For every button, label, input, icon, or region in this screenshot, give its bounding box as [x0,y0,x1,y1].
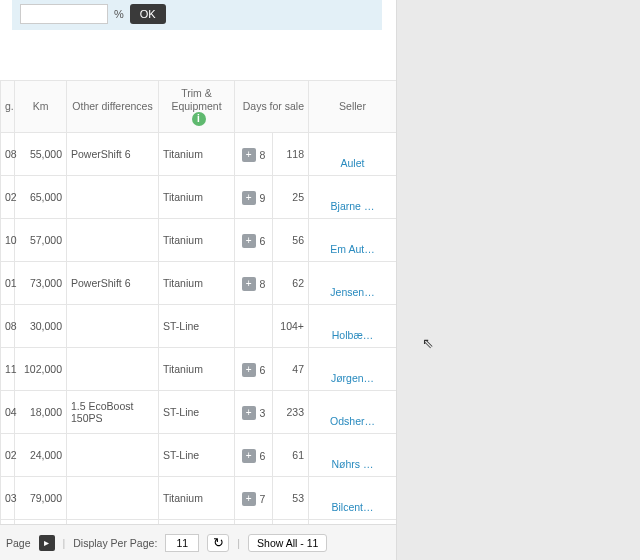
table-row[interactable]: 0379,000Titanium+753Bilcent… [1,477,397,520]
cell-km: 65,000 [15,176,67,219]
show-all-button[interactable]: Show All - 11 [248,534,327,552]
cell-reg: 10 [1,219,15,262]
cell-seller: Bilcent… [309,477,397,520]
cell-km: 18,000 [15,391,67,434]
seller-link[interactable]: Jensen… [313,286,392,298]
cell-seller: Nøhrs … [309,434,397,477]
info-icon[interactable]: i [192,112,206,126]
percent-label: % [114,8,124,20]
right-empty-pane [396,0,640,560]
cell-seller: Jørgen… [309,348,397,391]
seller-link[interactable]: Holbæ… [313,329,392,341]
cell-seller: Jensen… [309,262,397,305]
plus-icon[interactable]: + [242,191,256,205]
col-reg[interactable]: g. [1,81,15,133]
pager: Page ▸ | Display Per Page: ↻ | Show All … [0,524,396,560]
plus-icon[interactable]: + [242,148,256,162]
cell-km: 73,000 [15,262,67,305]
seller-link[interactable]: Odsher… [313,415,392,427]
cell-days: 56 [273,219,309,262]
cell-other [67,434,159,477]
cell-reg: 08 [1,133,15,176]
table-row[interactable]: 1057,000Titanium+656Em Aut… [1,219,397,262]
cell-km: 57,000 [15,219,67,262]
plus-icon[interactable]: + [242,406,256,420]
results-table: g. Km Other differences Trim & Equipment… [0,80,397,560]
cell-other: 1.5 EcoBoost 150PS [67,391,159,434]
cell-equip-count: +3 [235,391,273,434]
cell-km: 79,000 [15,477,67,520]
cell-seller: Em Aut… [309,219,397,262]
seller-link[interactable]: Em Aut… [313,243,392,255]
cell-other [67,348,159,391]
cell-km: 55,000 [15,133,67,176]
col-trim[interactable]: Trim & Equipmenti [159,81,235,133]
cell-trim: Titanium [159,262,235,305]
reload-button[interactable]: ↻ [207,534,229,552]
filter-percent-input[interactable] [20,4,108,24]
plus-icon[interactable]: + [242,234,256,248]
cell-reg: 08 [1,305,15,348]
table-row[interactable]: 0173,000PowerShift 6Titanium+862Jensen… [1,262,397,305]
cell-trim: Titanium [159,133,235,176]
cell-reg: 04 [1,391,15,434]
cell-days: 118 [273,133,309,176]
seller-link[interactable]: Jørgen… [313,372,392,384]
cell-equip-count [235,305,273,348]
cell-other: PowerShift 6 [67,262,159,305]
col-other[interactable]: Other differences [67,81,159,133]
cell-trim: ST-Line [159,434,235,477]
cell-equip-count: +6 [235,348,273,391]
plus-icon[interactable]: + [242,449,256,463]
plus-icon[interactable]: + [242,363,256,377]
seller-link[interactable]: Bilcent… [313,501,392,513]
pager-sep-1: | [63,537,66,549]
table-row[interactable]: 11102,000Titanium+647Jørgen… [1,348,397,391]
plus-icon[interactable]: + [242,492,256,506]
table-header-row: g. Km Other differences Trim & Equipment… [1,81,397,133]
cell-reg: 03 [1,477,15,520]
cell-trim: Titanium [159,219,235,262]
table-row[interactable]: 0855,000PowerShift 6Titanium+8118Aulet [1,133,397,176]
cell-km: 24,000 [15,434,67,477]
per-page-input[interactable] [165,534,199,552]
cell-days: 61 [273,434,309,477]
cell-seller: Holbæ… [309,305,397,348]
cell-trim: ST-Line [159,391,235,434]
cell-reg: 11 [1,348,15,391]
table-row[interactable]: 0418,0001.5 EcoBoost 150PSST-Line+3233Od… [1,391,397,434]
col-days[interactable]: Days for sale [235,81,309,133]
cell-trim: ST-Line [159,305,235,348]
cell-equip-count: +7 [235,477,273,520]
cell-other [67,176,159,219]
table-row[interactable]: 0224,000ST-Line+661Nøhrs … [1,434,397,477]
ok-button[interactable]: OK [130,4,166,24]
results-table-wrap: g. Km Other differences Trim & Equipment… [0,80,396,560]
cell-seller: Aulet [309,133,397,176]
col-km[interactable]: Km [15,81,67,133]
page-next-button[interactable]: ▸ [39,535,55,551]
seller-link[interactable]: Bjarne … [313,200,392,212]
col-seller[interactable]: Seller [309,81,397,133]
pager-sep-2: | [237,537,240,549]
cell-days: 233 [273,391,309,434]
cell-reg: 01 [1,262,15,305]
cell-days: 25 [273,176,309,219]
cell-other [67,219,159,262]
cell-seller: Bjarne … [309,176,397,219]
plus-icon[interactable]: + [242,277,256,291]
cell-other [67,305,159,348]
cell-equip-count: +6 [235,434,273,477]
table-row[interactable]: 0265,000Titanium+925Bjarne … [1,176,397,219]
cell-trim: Titanium [159,348,235,391]
cell-days: 104+ [273,305,309,348]
table-row[interactable]: 0830,000ST-Line104+Holbæ… [1,305,397,348]
cell-reg: 02 [1,176,15,219]
cell-days: 47 [273,348,309,391]
filter-bar: % OK [12,0,382,30]
cell-equip-count: +8 [235,133,273,176]
cell-equip-count: +6 [235,219,273,262]
cell-km: 102,000 [15,348,67,391]
seller-link[interactable]: Aulet [313,157,392,169]
seller-link[interactable]: Nøhrs … [313,458,392,470]
